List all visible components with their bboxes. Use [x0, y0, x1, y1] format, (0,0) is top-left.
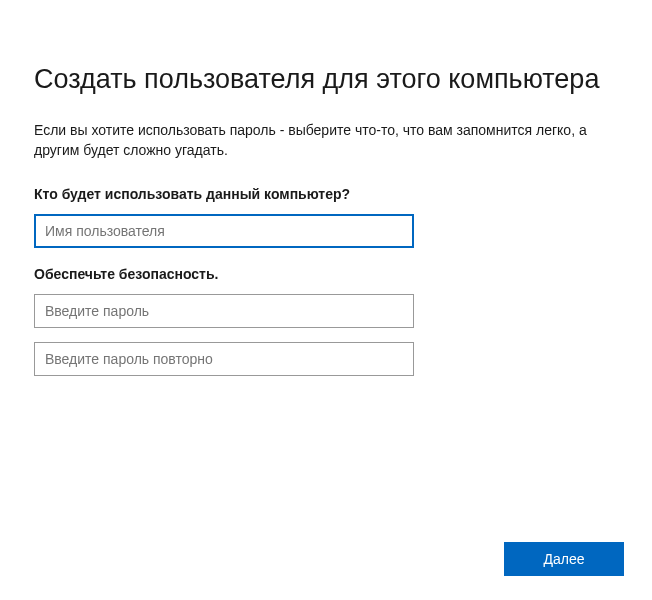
dialog-footer: Далее [504, 542, 624, 576]
password-confirm-input[interactable] [34, 342, 414, 376]
user-section: Кто будет использовать данный компьютер? [34, 186, 618, 248]
user-section-label: Кто будет использовать данный компьютер? [34, 186, 618, 202]
page-description: Если вы хотите использовать пароль - выб… [34, 121, 594, 160]
next-button[interactable]: Далее [504, 542, 624, 576]
dialog-content: Создать пользователя для этого компьютер… [0, 0, 652, 376]
security-section-label: Обеспечьте безопасность. [34, 266, 618, 282]
page-title: Создать пользователя для этого компьютер… [34, 64, 618, 95]
password-input[interactable] [34, 294, 414, 328]
security-section: Обеспечьте безопасность. [34, 266, 618, 376]
username-input[interactable] [34, 214, 414, 248]
